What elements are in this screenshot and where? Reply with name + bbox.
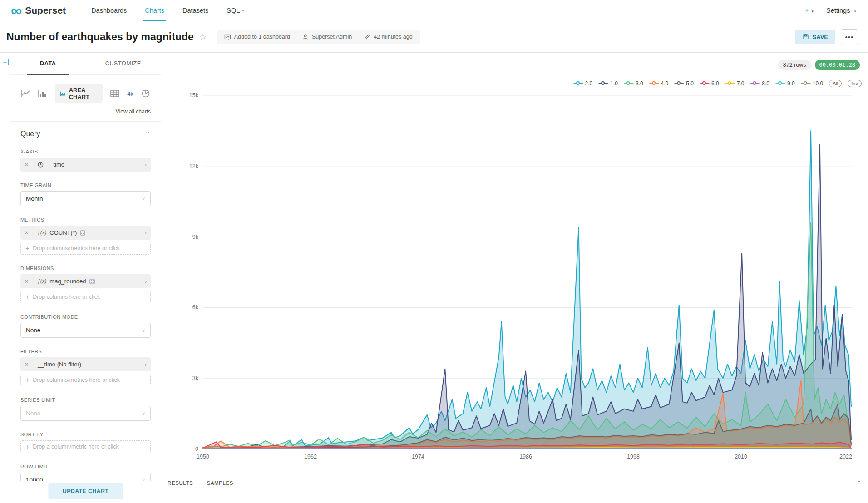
control-panel: DATA CUSTOMIZE AREA CHART 4k View all ch…: [10, 53, 161, 503]
calculator-icon: [80, 230, 85, 236]
svg-text:3k: 3k: [192, 375, 199, 381]
dashboards-badge[interactable]: Added to 1 dashboard: [224, 34, 290, 40]
metric-value: COUNT(*): [49, 229, 77, 236]
chevron-up-icon[interactable]: ⌃: [147, 131, 151, 137]
chart-meta-badges: Added to 1 dashboard Superset Admin 42 m…: [217, 30, 420, 44]
chevron-down-icon[interactable]: ⌄: [857, 477, 862, 483]
clock-icon: [38, 162, 44, 168]
metric-pill[interactable]: ✕ ƒ(x) COUNT(*) ›: [20, 226, 151, 240]
chevron-down-icon: ▾: [812, 9, 814, 14]
contribution-mode-label: CONTRIBUTION MODE: [20, 314, 151, 320]
more-viz-count[interactable]: 4k: [127, 90, 133, 97]
tab-customize[interactable]: CUSTOMIZE: [86, 53, 161, 74]
remove-icon[interactable]: ✕: [20, 278, 33, 285]
contribution-mode-select[interactable]: None ∨: [20, 323, 151, 338]
dimensions-dropzone[interactable]: + Drop columns here or click: [20, 291, 151, 303]
remove-icon[interactable]: ✕: [20, 361, 33, 368]
svg-text:1962: 1962: [304, 454, 317, 460]
top-navbar: ∞ Superset Dashboards Charts Datasets SQ…: [0, 0, 868, 21]
filter-value: __time (No filter): [38, 361, 81, 368]
svg-text:1950: 1950: [197, 454, 209, 460]
plus-icon: +: [25, 293, 29, 301]
dimension-value: mag_rounded: [49, 278, 86, 285]
svg-text:6k: 6k: [192, 304, 199, 311]
view-all-charts-link[interactable]: View all charts: [20, 108, 151, 115]
chart-area: 872 rows 00:00:01.28 2.01.03.04.05.06.07…: [161, 53, 868, 503]
brand-name: Superset: [25, 5, 66, 16]
pie-chart-icon[interactable]: [141, 89, 151, 98]
tab-results[interactable]: RESULTS: [168, 480, 193, 486]
remove-icon[interactable]: ✕: [20, 162, 33, 168]
chart-header: Number of earthquakes by magnitude ☆ Add…: [0, 21, 868, 53]
svg-text:1974: 1974: [412, 454, 424, 460]
chevron-down-icon: ∨: [142, 327, 145, 333]
caret-right-icon: ›: [145, 161, 151, 168]
update-chart-button[interactable]: UPDATE CHART: [48, 483, 123, 499]
update-chart-bar: UPDATE CHART: [10, 481, 161, 503]
svg-text:1986: 1986: [519, 454, 532, 460]
svg-text:12k: 12k: [189, 163, 199, 169]
more-actions-button[interactable]: •••: [841, 29, 858, 44]
metrics-dropzone[interactable]: + Drop columns/metrics here or click: [20, 242, 151, 255]
user-icon: [302, 34, 309, 40]
divider: [10, 121, 161, 122]
svg-text:0: 0: [195, 446, 198, 452]
save-button[interactable]: SAVE: [795, 30, 835, 44]
nav-item-sql[interactable]: SQL ▾: [218, 0, 252, 21]
function-icon: ƒ(x): [38, 278, 46, 285]
viz-type-area-chart[interactable]: AREA CHART: [55, 84, 103, 103]
tab-data[interactable]: DATA: [10, 53, 86, 74]
ellipsis-icon: •••: [845, 33, 854, 41]
bar-chart-icon[interactable]: [38, 89, 48, 98]
filters-dropzone[interactable]: + Drop columns/metrics here or click: [20, 374, 151, 386]
panel-collapse-strip: →|: [0, 53, 10, 503]
nav-item-datasets[interactable]: Datasets: [174, 0, 217, 21]
dimension-pill[interactable]: ✕ ƒ(x) mag_rounded ›: [20, 274, 151, 288]
chevron-down-icon: ▾: [854, 9, 856, 14]
table-icon[interactable]: [110, 89, 120, 98]
area-chart-plot[interactable]: 03k6k9k12k15k195019621974198619982010202…: [161, 53, 868, 472]
filter-pill[interactable]: ✕ __time (No filter) ›: [20, 357, 151, 371]
chevron-down-icon: ∨: [142, 410, 145, 416]
owner-badge[interactable]: Superset Admin: [302, 34, 352, 40]
line-chart-icon[interactable]: [20, 89, 30, 98]
caret-right-icon: ›: [145, 361, 151, 368]
xaxis-label: X-AXIS: [20, 149, 151, 154]
tab-samples[interactable]: SAMPLES: [207, 480, 233, 486]
caret-right-icon: ›: [145, 278, 151, 285]
collapse-panel-icon[interactable]: →|: [2, 58, 10, 65]
viz-type-row: AREA CHART 4k: [20, 84, 151, 103]
new-item-button[interactable]: +▾: [805, 6, 814, 15]
xaxis-value: __time: [47, 161, 64, 168]
svg-text:2010: 2010: [735, 454, 747, 460]
time-grain-select[interactable]: Month ∨: [20, 191, 151, 206]
row-limit-label: ROW LIMIT: [20, 464, 151, 469]
xaxis-control[interactable]: ✕ __time ›: [20, 158, 151, 172]
dashboard-icon: [224, 34, 231, 40]
function-icon: ƒ(x): [38, 229, 46, 236]
caret-right-icon: ›: [145, 229, 151, 236]
chevron-down-icon: ∨: [142, 196, 145, 202]
calculator-icon: [89, 279, 95, 284]
series-limit-label: SERIES LIMIT: [20, 397, 151, 403]
last-modified-badge[interactable]: 42 minutes ago: [364, 34, 412, 40]
superset-logo[interactable]: ∞ Superset: [11, 4, 66, 17]
series-limit-select[interactable]: None ∨: [20, 406, 151, 421]
floppy-disk-icon: [803, 34, 809, 40]
svg-text:15k: 15k: [189, 92, 199, 99]
filters-label: FILTERS: [20, 349, 151, 354]
sort-by-dropzone[interactable]: + Drop a column/metric here or click: [20, 440, 151, 453]
favorite-star-icon[interactable]: ☆: [199, 32, 207, 42]
remove-icon[interactable]: ✕: [20, 230, 33, 236]
plus-icon: +: [25, 245, 29, 252]
svg-text:9k: 9k: [192, 234, 199, 240]
svg-text:2022: 2022: [839, 454, 852, 460]
query-section-title: Query: [20, 130, 40, 138]
sort-by-label: SORT BY: [20, 432, 151, 437]
chevron-down-icon: ▾: [242, 8, 244, 13]
nav-item-dashboards[interactable]: Dashboards: [83, 0, 135, 21]
nav-item-charts[interactable]: Charts: [137, 0, 173, 21]
settings-menu[interactable]: Settings ▾: [826, 7, 856, 14]
page-title: Number of earthquakes by magnitude: [6, 31, 194, 43]
svg-text:1998: 1998: [627, 454, 640, 460]
